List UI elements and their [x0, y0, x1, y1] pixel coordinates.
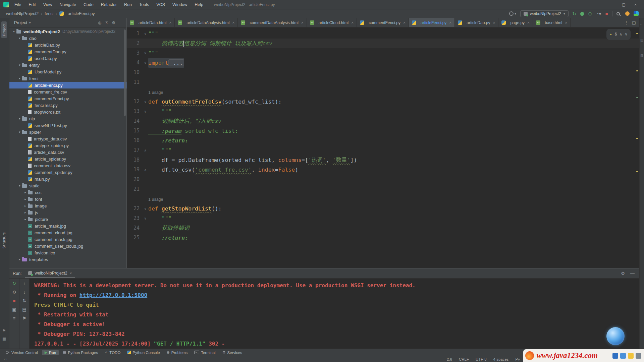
- sciview-icon[interactable]: ▥: [640, 54, 643, 57]
- tab-commentdataanalysis-html[interactable]: commentDataAnalysis.html×: [238, 18, 307, 27]
- breadcrumb-item-fenci[interactable]: fenci: [45, 11, 53, 16]
- tab-commentfenci-py[interactable]: commentFenci.py×: [357, 18, 409, 27]
- menu-help[interactable]: Help: [194, 2, 204, 8]
- chevron-down-icon[interactable]: ▾: [17, 184, 22, 187]
- close-icon[interactable]: ×: [70, 271, 72, 275]
- user-icon[interactable]: ▾: [509, 11, 516, 16]
- tree-item-article-data-csv[interactable]: article_data.csv: [9, 149, 126, 156]
- tree-item-weibonlpproject2[interactable]: ▾weiboNlpProject2D:\pycharm\weiboNlpProj…: [9, 28, 126, 35]
- fold-marker-icon[interactable]: ∨: [142, 97, 148, 107]
- close-tab-icon[interactable]: ×: [449, 20, 451, 25]
- menu-code[interactable]: Code: [83, 2, 94, 8]
- stop-icon[interactable]: ■: [13, 299, 16, 303]
- status-indent[interactable]: 4 spaces: [493, 357, 509, 361]
- tree-item-font[interactable]: ▸font: [9, 196, 126, 202]
- menu-tools[interactable]: Tools: [139, 2, 150, 8]
- tree-item-comment-data-csv[interactable]: comment_data.csv: [9, 162, 126, 169]
- tree-item-commentdao-py[interactable]: commentDao.py: [9, 48, 126, 55]
- tree-item-arctype-spider-py[interactable]: arctype_spider.py: [9, 142, 126, 149]
- close-tab-icon[interactable]: ×: [351, 20, 354, 25]
- tab-articlecloud-html[interactable]: articleCloud.html×: [307, 18, 357, 27]
- toolbar-version-control[interactable]: Version Control: [3, 350, 41, 355]
- tree-item-fencitest-py[interactable]: fenciTest.py: [9, 102, 126, 109]
- tree-item-comment-spider-py[interactable]: comment_spider.py: [9, 169, 126, 176]
- restore-layout-icon[interactable]: ▣: [12, 307, 16, 312]
- fold-marker-icon[interactable]: ∨: [142, 29, 148, 39]
- split-editor-icon[interactable]: ▢: [632, 20, 636, 25]
- tab-articledata-html[interactable]: articleData.html×: [127, 18, 175, 27]
- tree-item-userdao-py[interactable]: userDao.py: [9, 55, 126, 62]
- rerun-icon[interactable]: ↻: [573, 11, 577, 16]
- close-tab-icon[interactable]: ×: [565, 20, 567, 25]
- run-console[interactable]: WARNING: This is a development server. D…: [30, 279, 639, 349]
- tree-item-comment-fre-csv[interactable]: comment_fre.csv: [9, 88, 126, 95]
- toolbar-problems[interactable]: ⊖Problems: [164, 350, 191, 355]
- chevron-right-icon[interactable]: ▸: [23, 218, 28, 221]
- usage-hint[interactable]: 1 usage: [148, 197, 163, 202]
- rerun-icon[interactable]: ↻: [12, 281, 16, 286]
- menu-window[interactable]: Window: [172, 2, 188, 8]
- close-tab-icon[interactable]: ×: [169, 20, 171, 25]
- chevron-right-icon[interactable]: ▸: [23, 191, 28, 194]
- next-problem-icon[interactable]: ∨: [625, 29, 628, 39]
- fold-marker-icon[interactable]: ∧: [142, 145, 148, 155]
- tool-window-switcher-icon[interactable]: ▭: [4, 357, 7, 361]
- soft-wrap-icon[interactable]: ≡: [13, 316, 16, 320]
- run-tab[interactable]: weiboNlpProject2 ×: [25, 268, 75, 278]
- inspections-widget[interactable]: ▲ 6 ∧ ∨: [606, 29, 631, 40]
- tree-item-article-spider-py[interactable]: article_spider.py: [9, 156, 126, 162]
- tree-item-css[interactable]: ▸css: [9, 189, 126, 196]
- tab-page-py[interactable]: page.py×: [498, 18, 533, 27]
- tree-item-usermodel-py[interactable]: UserModel.py: [9, 68, 126, 75]
- tree-item-templates[interactable]: ▸templates: [9, 256, 126, 263]
- maximize-icon[interactable]: ▢: [622, 2, 626, 7]
- breadcrumb-item-weibonlpproject2[interactable]: weiboNlpProject2: [6, 11, 39, 16]
- settings-icon[interactable]: ⚙: [112, 20, 115, 25]
- down-icon[interactable]: ↓: [23, 290, 25, 294]
- tab-articledao-py[interactable]: articleDao.py×: [455, 18, 498, 27]
- close-tab-icon[interactable]: ×: [232, 20, 234, 25]
- chevron-down-icon[interactable]: ▾: [11, 30, 16, 33]
- chevron-down-icon[interactable]: ▾: [17, 37, 22, 40]
- fold-marker-icon[interactable]: ∨: [142, 58, 148, 68]
- fold-marker-icon[interactable]: ∧: [142, 165, 148, 175]
- tree-item-comment-cloud-jpg[interactable]: comment_cloud.jpg: [9, 229, 126, 236]
- tree-item-snownlptest-py[interactable]: snowNLPTest.py: [9, 122, 126, 129]
- stop-icon[interactable]: ■: [605, 11, 608, 16]
- tree-item-articledao-py[interactable]: articleDao.py: [9, 42, 126, 48]
- coverage-icon[interactable]: ⊙: [588, 11, 592, 16]
- chevron-right-icon[interactable]: ▸: [23, 211, 28, 214]
- notifications-badge-icon[interactable]: [625, 11, 630, 16]
- chevron-down-icon[interactable]: ▾: [17, 63, 22, 67]
- up-icon[interactable]: ↑: [23, 281, 25, 286]
- project-panel-title[interactable]: Project: [14, 20, 27, 25]
- tree-item-picture[interactable]: ▸picture: [9, 216, 126, 223]
- collapse-all-icon[interactable]: ⊼: [105, 20, 108, 25]
- tree-item-favicon-ico[interactable]: favicon.ico: [9, 249, 126, 256]
- close-tab-icon[interactable]: ×: [403, 20, 406, 25]
- tree-item-commentfenci-py[interactable]: commentFenci.py: [9, 95, 126, 102]
- chevron-down-icon[interactable]: ▾: [17, 130, 22, 134]
- status-interpreter[interactable]: Py: [516, 357, 520, 361]
- toolbar-run[interactable]: ▶Run: [42, 350, 59, 355]
- code-editor[interactable]: 1∨"""2 微博内容信息分词 词频统计 以及写入到csv3∨"""4∨impo…: [127, 27, 639, 268]
- tree-item-fenci[interactable]: ▾fenci: [9, 75, 126, 82]
- chevron-right-icon[interactable]: ▸: [17, 258, 22, 261]
- tree-item-nlp[interactable]: ▾nlp: [9, 115, 126, 122]
- fold-marker-icon[interactable]: ∨: [142, 204, 148, 214]
- tree-scrollbar[interactable]: [124, 29, 126, 116]
- menu-file[interactable]: File: [14, 2, 22, 8]
- tree-item-arctype-data-csv[interactable]: arctype_data.csv: [9, 135, 126, 142]
- tab-base-html[interactable]: base.html×: [533, 18, 571, 27]
- fold-marker-icon[interactable]: ∨: [142, 214, 148, 223]
- more-options-icon[interactable]: ⋮: [624, 20, 629, 25]
- chevron-down-icon[interactable]: ▾: [29, 21, 31, 24]
- chevron-right-icon[interactable]: ▸: [23, 197, 28, 201]
- search-icon[interactable]: [616, 12, 620, 15]
- database-icon[interactable]: ▤: [640, 38, 643, 42]
- hide-icon[interactable]: —: [119, 20, 123, 25]
- menu-run[interactable]: Run: [123, 2, 132, 8]
- toolbar-todo[interactable]: ✓TODO: [102, 350, 123, 355]
- profiler-icon[interactable]: ◔▾: [596, 11, 601, 16]
- fold-marker-icon[interactable]: ∨: [142, 48, 148, 58]
